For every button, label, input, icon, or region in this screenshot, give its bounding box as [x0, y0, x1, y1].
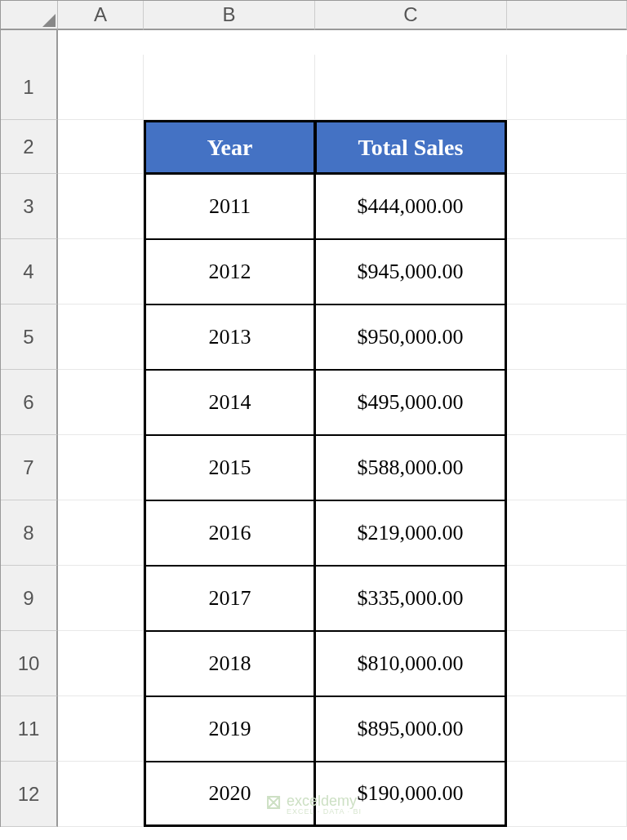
row-header-2[interactable]: 2 — [1, 120, 58, 174]
table-header-sales[interactable]: Total Sales — [315, 120, 507, 174]
row-header-1[interactable]: 1 — [1, 55, 58, 120]
cell-d7[interactable] — [507, 435, 627, 500]
table-row[interactable]: $950,000.00 — [315, 304, 507, 370]
cell-d8[interactable] — [507, 500, 627, 566]
table-header-year[interactable]: Year — [144, 120, 315, 174]
cell-c1[interactable] — [315, 55, 507, 120]
table-row[interactable]: 2018 — [144, 631, 315, 696]
table-row[interactable]: 2016 — [144, 500, 315, 566]
table-row[interactable]: 2014 — [144, 370, 315, 435]
col-header-b[interactable]: B — [144, 1, 315, 30]
table-row[interactable]: $588,000.00 — [315, 435, 507, 500]
cell-d4[interactable] — [507, 239, 627, 304]
cell-a7[interactable] — [58, 435, 144, 500]
row-header-8[interactable]: 8 — [1, 500, 58, 566]
table-row[interactable]: $219,000.00 — [315, 500, 507, 566]
cell-a9[interactable] — [58, 566, 144, 631]
cell-d3[interactable] — [507, 174, 627, 239]
table-row[interactable]: 2019 — [144, 696, 315, 762]
row-header-9[interactable]: 9 — [1, 566, 58, 631]
table-row[interactable]: $444,000.00 — [315, 174, 507, 239]
cell-d9[interactable] — [507, 566, 627, 631]
watermark-name: exceldemy — [287, 793, 362, 808]
row-header-6[interactable]: 6 — [1, 370, 58, 435]
watermark: exceldemy EXCEL · DATA · BI — [265, 793, 362, 816]
row-gap — [1, 30, 58, 55]
table-row[interactable]: 2011 — [144, 174, 315, 239]
cell-d5[interactable] — [507, 304, 627, 370]
table-row[interactable]: 2015 — [144, 435, 315, 500]
cell-d10[interactable] — [507, 631, 627, 696]
table-row[interactable]: $495,000.00 — [315, 370, 507, 435]
cell-d11[interactable] — [507, 696, 627, 762]
cell-d12[interactable] — [507, 762, 627, 827]
cell-a11[interactable] — [58, 696, 144, 762]
cell-a1[interactable] — [58, 55, 144, 120]
cell-d2[interactable] — [507, 120, 627, 174]
select-all-corner[interactable] — [1, 1, 58, 30]
watermark-logo-icon — [265, 794, 282, 815]
cell-gap — [58, 30, 144, 55]
cell-a2[interactable] — [58, 120, 144, 174]
cell-d6[interactable] — [507, 370, 627, 435]
row-header-4[interactable]: 4 — [1, 239, 58, 304]
watermark-tagline: EXCEL · DATA · BI — [287, 808, 362, 816]
cell-a3[interactable] — [58, 174, 144, 239]
col-header-blank[interactable] — [507, 1, 627, 30]
cell-a4[interactable] — [58, 239, 144, 304]
table-row[interactable]: 2012 — [144, 239, 315, 304]
row-header-3[interactable]: 3 — [1, 174, 58, 239]
table-row[interactable]: $335,000.00 — [315, 566, 507, 631]
table-row[interactable]: 2017 — [144, 566, 315, 631]
row-header-5[interactable]: 5 — [1, 304, 58, 370]
table-row[interactable]: $945,000.00 — [315, 239, 507, 304]
row-header-7[interactable]: 7 — [1, 435, 58, 500]
col-header-c[interactable]: C — [315, 1, 507, 30]
col-header-a[interactable]: A — [58, 1, 144, 30]
row-header-11[interactable]: 11 — [1, 696, 58, 762]
cell-a6[interactable] — [58, 370, 144, 435]
cell-b1[interactable] — [144, 55, 315, 120]
row-header-10[interactable]: 10 — [1, 631, 58, 696]
cell-gap — [144, 30, 315, 55]
table-row[interactable]: 2013 — [144, 304, 315, 370]
cell-d1[interactable] — [507, 55, 627, 120]
cell-gap — [507, 30, 627, 55]
cell-a10[interactable] — [58, 631, 144, 696]
row-header-12[interactable]: 12 — [1, 762, 58, 827]
cell-gap — [315, 30, 507, 55]
table-row[interactable]: $810,000.00 — [315, 631, 507, 696]
cell-a8[interactable] — [58, 500, 144, 566]
cell-a12[interactable] — [58, 762, 144, 827]
cell-a5[interactable] — [58, 304, 144, 370]
table-row[interactable]: $895,000.00 — [315, 696, 507, 762]
spreadsheet-grid: A B C 1 2 Year Total Sales 3 2011 $444,0… — [0, 0, 627, 827]
